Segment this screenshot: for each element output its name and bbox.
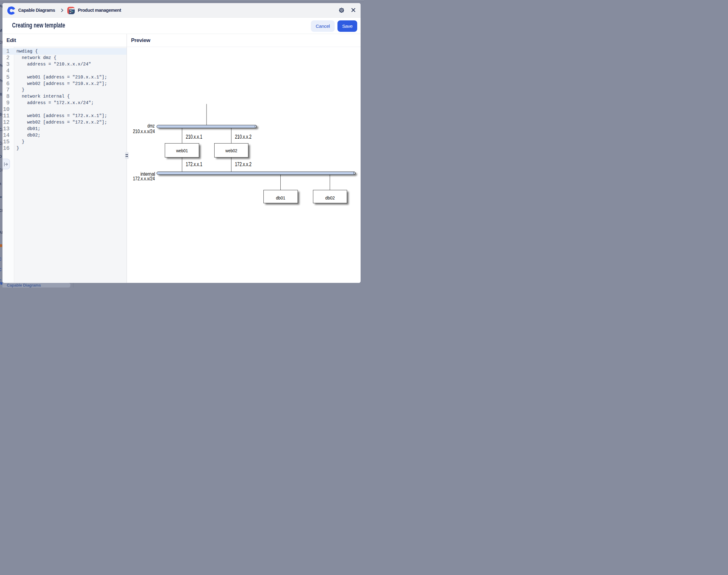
svg-text:web02: web02	[225, 148, 237, 153]
svg-text:172.x.x.x/24: 172.x.x.x/24	[133, 176, 155, 181]
svg-text:172.x.x.2: 172.x.x.2	[235, 161, 252, 167]
svg-text:172.x.x.1: 172.x.x.1	[186, 161, 203, 167]
svg-text:db01: db01	[276, 195, 285, 200]
svg-text:210.x.x.1: 210.x.x.1	[186, 134, 203, 140]
svg-text:db02: db02	[325, 195, 335, 200]
svg-text:dmz: dmz	[147, 123, 155, 129]
svg-text:web01: web01	[176, 148, 188, 153]
svg-text:210.x.x.2: 210.x.x.2	[235, 134, 252, 140]
svg-text:210.x.x.x/24: 210.x.x.x/24	[133, 129, 155, 134]
